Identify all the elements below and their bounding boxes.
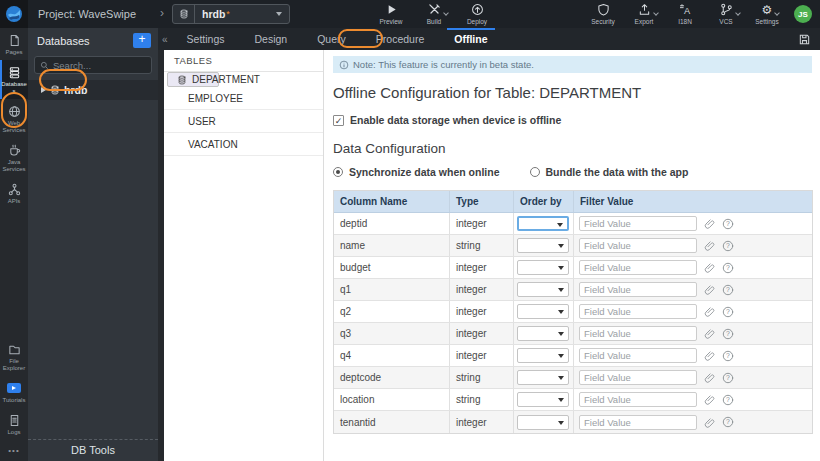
build-button[interactable]: Build: [417, 3, 451, 25]
help-icon[interactable]: ?: [722, 394, 734, 406]
order-by-select[interactable]: [517, 415, 569, 430]
database-search[interactable]: [34, 56, 152, 74]
order-by-select[interactable]: [517, 348, 569, 363]
svg-text:?: ?: [726, 352, 730, 359]
svg-text:?: ?: [726, 418, 730, 425]
vcs-button[interactable]: VCS: [709, 3, 743, 25]
deploy-button[interactable]: Deploy: [460, 3, 494, 25]
order-by-select[interactable]: [517, 304, 569, 319]
help-icon[interactable]: ?: [722, 262, 734, 274]
bind-variable-icon[interactable]: [704, 372, 715, 383]
tab-offline[interactable]: Offline: [451, 28, 490, 50]
config-table-header: Column NameTypeOrder byFilter Value: [334, 191, 812, 213]
order-by-select[interactable]: [517, 282, 569, 297]
bind-variable-icon[interactable]: [704, 350, 715, 361]
db-tools-button[interactable]: DB Tools: [28, 439, 158, 461]
filter-value-input[interactable]: [579, 348, 697, 363]
tab-procedure[interactable]: Procedure: [373, 28, 427, 50]
filter-value-input[interactable]: [579, 304, 697, 319]
topbar: Project: WaveSwipe › hrdb * PreviewBuild…: [0, 0, 820, 28]
config-row-q1: q1integer?: [334, 279, 812, 301]
add-database-button[interactable]: +: [133, 33, 151, 48]
order-by-select[interactable]: [517, 260, 569, 275]
tab-settings[interactable]: Settings: [184, 28, 228, 50]
help-icon[interactable]: ?: [722, 350, 734, 362]
table-item-user[interactable]: USER: [164, 110, 323, 133]
collapse-panel-icon[interactable]: «: [162, 34, 168, 45]
help-icon[interactable]: ?: [722, 218, 734, 230]
filter-value-input[interactable]: [579, 260, 697, 275]
sidebar-item-web-services[interactable]: Web Services: [0, 99, 28, 138]
table-item-employee[interactable]: EMPLOYEE: [164, 87, 323, 110]
export-button[interactable]: Export: [627, 3, 661, 25]
bind-variable-icon[interactable]: [704, 394, 715, 405]
filter-value-input[interactable]: [579, 415, 697, 430]
db-tree-item-hrdb[interactable]: hrdb: [28, 80, 158, 100]
bind-variable-icon[interactable]: [704, 417, 715, 428]
sidebar-item-logs[interactable]: Logs: [0, 408, 28, 440]
order-by-select[interactable]: [517, 216, 569, 231]
table-item-department[interactable]: DEPARTMENT: [167, 72, 219, 87]
order-by-select[interactable]: [517, 392, 569, 407]
tab-design[interactable]: Design: [252, 28, 291, 50]
security-button[interactable]: Security: [586, 3, 620, 25]
tab-query[interactable]: Query: [314, 28, 349, 50]
sidebar-item-file-explorer[interactable]: File Explorer: [0, 337, 28, 376]
deploy-icon: [471, 3, 484, 16]
unsaved-marker: *: [226, 9, 230, 19]
filter-value-input[interactable]: [579, 238, 697, 253]
filter-value-input[interactable]: [579, 370, 697, 385]
filter-value-input[interactable]: [579, 216, 697, 231]
sidebar-item-apis[interactable]: APIs: [0, 177, 28, 209]
sidebar-item-databases[interactable]: Databases: [0, 60, 28, 99]
radio-selected-icon[interactable]: [333, 167, 343, 177]
db-selector-dropdown[interactable]: hrdb *: [172, 4, 290, 24]
bind-variable-icon[interactable]: [704, 328, 715, 339]
help-icon[interactable]: ?: [722, 240, 734, 252]
column-type-cell: string: [450, 389, 514, 410]
filter-value-input[interactable]: [579, 326, 697, 341]
database-icon: [173, 5, 195, 23]
help-icon[interactable]: ?: [722, 416, 734, 428]
caret-down-icon: [558, 310, 564, 314]
save-button[interactable]: [798, 33, 811, 46]
radio-option-2[interactable]: Bundle the data with the app: [530, 166, 689, 178]
table-item-vacation[interactable]: VACATION: [164, 133, 323, 156]
order-by-select[interactable]: [517, 370, 569, 385]
enable-offline-checkbox[interactable]: ✓ Enable data storage when device is off…: [333, 114, 812, 126]
export-icon: [638, 3, 651, 16]
help-icon[interactable]: ?: [722, 372, 734, 384]
bind-variable-icon[interactable]: [704, 306, 715, 317]
more-options-button[interactable]: •••: [0, 440, 28, 459]
help-icon[interactable]: ?: [722, 306, 734, 318]
radio-unselected-icon[interactable]: [530, 167, 540, 177]
sidebar-item-tutorials[interactable]: Tutorials: [0, 376, 28, 408]
settings-button[interactable]: ⚙Settings: [750, 3, 784, 25]
column-name-cell: q2: [334, 301, 450, 322]
order-by-select[interactable]: [517, 326, 569, 341]
build-icon: [428, 3, 441, 16]
radio-option-1[interactable]: Synchronize data when online: [333, 166, 500, 178]
filter-value-input[interactable]: [579, 392, 697, 407]
tables-panel: TABLES DEPARTMENTEMPLOYEEUSERVACATION: [164, 50, 324, 461]
bind-variable-icon[interactable]: [704, 284, 715, 295]
preview-button[interactable]: Preview: [374, 3, 408, 25]
bind-variable-icon[interactable]: [704, 218, 715, 229]
bind-variable-icon[interactable]: [704, 262, 715, 273]
column-name-cell: location: [334, 389, 450, 410]
breadcrumb-chevron-icon: ›: [160, 6, 164, 20]
i18n-button[interactable]: AI18N: [668, 3, 702, 25]
help-icon[interactable]: ?: [722, 328, 734, 340]
help-icon[interactable]: ?: [722, 284, 734, 296]
database-search-input[interactable]: [53, 60, 146, 71]
config-row-q2: q2integer?: [334, 301, 812, 323]
order-by-select[interactable]: [517, 238, 569, 253]
chevron-down-icon: [443, 10, 449, 16]
user-avatar[interactable]: JS: [794, 5, 812, 23]
checkbox-checked-icon[interactable]: ✓: [333, 115, 344, 126]
filter-value-input[interactable]: [579, 282, 697, 297]
wavemaker-logo[interactable]: [0, 0, 28, 28]
sidebar-item-pages[interactable]: Pages: [0, 28, 28, 60]
bind-variable-icon[interactable]: [704, 240, 715, 251]
sidebar-item-java-services[interactable]: Java Services: [0, 138, 28, 177]
